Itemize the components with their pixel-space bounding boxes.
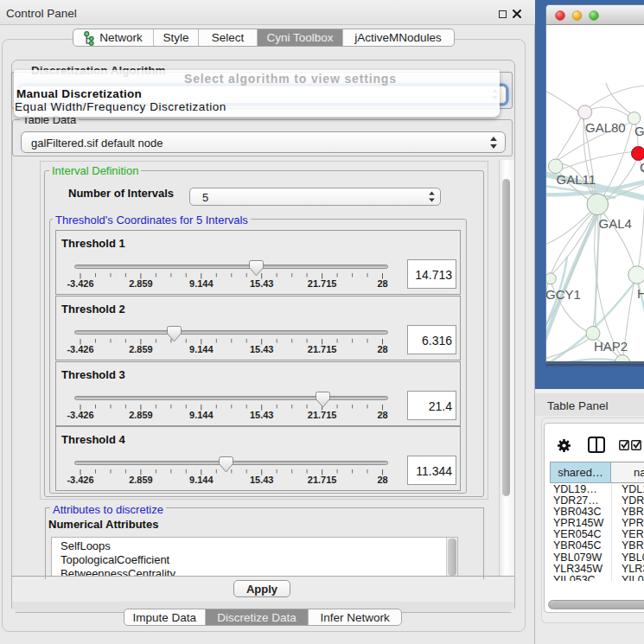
svg-text:GCY1: GCY1 <box>546 287 581 302</box>
svg-text:GAL11: GAL11 <box>557 172 596 187</box>
svg-text:C: C <box>640 160 644 175</box>
svg-text:HAP2: HAP2 <box>594 339 628 354</box>
svg-text:GAL4: GAL4 <box>599 216 632 231</box>
svg-text:H: H <box>637 286 644 301</box>
svg-text:GAL80: GAL80 <box>585 120 626 135</box>
svg-text:GA: GA <box>634 124 644 138</box>
